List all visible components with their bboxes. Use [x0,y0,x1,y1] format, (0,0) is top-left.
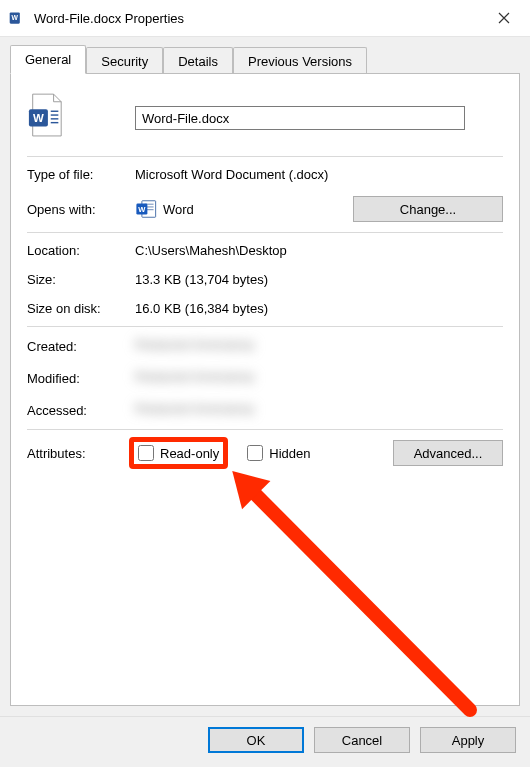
opens-with-value: Word [163,202,194,217]
tab-details[interactable]: Details [163,47,233,75]
apply-button[interactable]: Apply [420,727,516,753]
properties-dialog: W Word-File.docx Properties General Secu… [0,0,530,767]
divider [27,429,503,430]
size-value: 13.3 KB (13,704 bytes) [135,272,503,287]
panel-wrap: W Type of file: Microsoft Word D [0,73,530,716]
hidden-checkbox-input[interactable] [247,445,263,461]
opens-with-label: Opens with: [27,202,135,217]
location-value: C:\Users\Mahesh\Desktop [135,243,503,258]
attributes-label: Attributes: [27,446,135,461]
svg-text:W: W [12,14,19,21]
close-button[interactable] [486,2,522,34]
document-icon: W [27,92,65,140]
accessed-value: Redacted timestamp [135,401,365,419]
hidden-checkbox[interactable]: Hidden [244,443,313,463]
size-label: Size: [27,272,135,287]
created-value: Redacted timestamp [135,337,365,355]
word-app-icon: W [135,198,157,220]
size-on-disk-label: Size on disk: [27,301,135,316]
ok-button[interactable]: OK [208,727,304,753]
modified-value: Redacted timestamp [135,369,365,387]
button-bar: OK Cancel Apply [0,716,530,767]
svg-text:W: W [33,112,44,124]
titlebar: W Word-File.docx Properties [0,0,530,37]
tab-previous-versions[interactable]: Previous Versions [233,47,367,75]
tab-area: General Security Details Previous Versio… [0,37,530,73]
general-panel: W Type of file: Microsoft Word D [10,73,520,706]
word-file-icon: W [8,9,26,27]
read-only-label: Read-only [160,446,219,461]
created-label: Created: [27,339,135,354]
svg-text:W: W [138,205,146,214]
accessed-label: Accessed: [27,403,135,418]
divider [27,232,503,233]
type-label: Type of file: [27,167,135,182]
hidden-label: Hidden [269,446,310,461]
advanced-button[interactable]: Advanced... [393,440,503,466]
tab-general[interactable]: General [10,45,86,74]
divider [27,326,503,327]
read-only-checkbox[interactable]: Read-only [135,443,222,463]
filename-input[interactable] [135,106,465,130]
modified-label: Modified: [27,371,135,386]
tabstrip: General Security Details Previous Versio… [10,45,520,74]
size-on-disk-value: 16.0 KB (16,384 bytes) [135,301,503,316]
location-label: Location: [27,243,135,258]
read-only-checkbox-input[interactable] [138,445,154,461]
change-button[interactable]: Change... [353,196,503,222]
type-value: Microsoft Word Document (.docx) [135,167,503,182]
tab-security[interactable]: Security [86,47,163,75]
window-title: Word-File.docx Properties [34,11,486,26]
cancel-button[interactable]: Cancel [314,727,410,753]
divider [27,156,503,157]
